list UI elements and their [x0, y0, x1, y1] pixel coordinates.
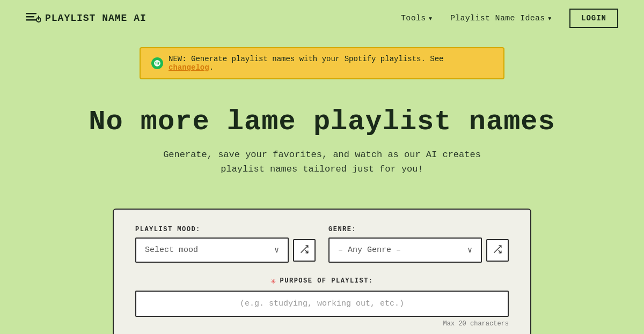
purpose-label-wrapper: ✳ PURPOSE OF PLAYLIST:	[135, 276, 509, 286]
purpose-label: PURPOSE OF PLAYLIST:	[280, 277, 374, 285]
tools-chevron-icon: ▾	[428, 13, 433, 24]
mood-select[interactable]: Select mood ∨	[135, 237, 289, 263]
mood-chevron-icon: ∨	[274, 245, 279, 255]
logo-text: PLAYLIST NAME AI	[45, 13, 147, 24]
genre-select-wrapper: – Any Genre – ∨	[328, 237, 509, 263]
genre-group: GENRE: – Any Genre – ∨	[328, 226, 509, 263]
changelog-link[interactable]: changelog	[169, 63, 209, 72]
required-star-icon: ✳	[270, 276, 276, 286]
svg-rect-4	[38, 16, 39, 20]
login-button[interactable]: LOGIN	[569, 9, 618, 28]
genre-select[interactable]: – Any Genre – ∨	[328, 237, 482, 263]
char-limit-label: Max 20 characters	[135, 320, 509, 328]
tools-label: Tools	[401, 14, 426, 23]
svg-rect-0	[26, 13, 36, 14]
spotify-icon	[151, 57, 163, 69]
mood-select-value: Select mood	[145, 246, 198, 255]
nav-right: Tools ▾ Playlist Name Ideas ▾ LOGIN	[401, 9, 618, 28]
hero-section: No more lame playlist names Generate, sa…	[0, 79, 644, 192]
mood-genre-row: PLAYLIST MOOD: Select mood ∨	[135, 226, 509, 263]
playlist-ideas-label: Playlist Name Ideas	[450, 14, 545, 23]
mood-group: PLAYLIST MOOD: Select mood ∨	[135, 226, 316, 263]
logo[interactable]: PLAYLIST NAME AI	[26, 12, 147, 25]
hero-title: No more lame playlist names	[11, 106, 633, 138]
genre-chevron-icon: ∨	[467, 245, 472, 255]
logo-icon	[26, 12, 41, 25]
announcement-banner: NEW: Generate playlist names with your S…	[140, 47, 504, 79]
mood-select-wrapper: Select mood ∨	[135, 237, 316, 263]
svg-rect-1	[26, 16, 34, 18]
genre-label: GENRE:	[328, 226, 509, 233]
tools-menu[interactable]: Tools ▾	[401, 13, 433, 24]
genre-shuffle-icon	[493, 244, 502, 256]
purpose-section: ✳ PURPOSE OF PLAYLIST: Max 20 characters	[135, 276, 509, 328]
playlist-ideas-chevron-icon: ▾	[547, 13, 552, 24]
mood-shuffle-icon	[299, 244, 309, 256]
svg-rect-2	[26, 19, 36, 21]
form-card: PLAYLIST MOOD: Select mood ∨	[113, 209, 531, 334]
mood-shuffle-button[interactable]	[293, 239, 316, 262]
playlist-ideas-menu[interactable]: Playlist Name Ideas ▾	[450, 13, 552, 24]
announcement-text: NEW: Generate playlist names with your S…	[169, 55, 493, 72]
genre-select-value: – Any Genre –	[338, 246, 401, 255]
hero-subtitle: Generate, save your favorites, and watch…	[161, 147, 483, 176]
purpose-input[interactable]	[135, 291, 509, 317]
mood-label: PLAYLIST MOOD:	[135, 226, 316, 233]
genre-shuffle-button[interactable]	[486, 239, 509, 262]
navbar: PLAYLIST NAME AI Tools ▾ Playlist Name I…	[0, 0, 644, 36]
